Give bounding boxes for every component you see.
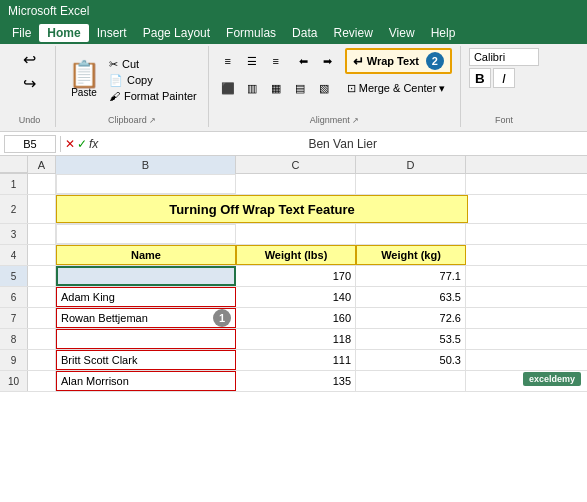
- table-row: 8 118 53.5: [0, 329, 587, 350]
- confirm-formula-icon[interactable]: ✓: [77, 137, 87, 151]
- cancel-formula-icon[interactable]: ✕: [65, 137, 75, 151]
- cell-5a[interactable]: [28, 266, 56, 286]
- cell-reference-input[interactable]: [4, 135, 56, 153]
- clipboard-dialog-icon[interactable]: ↗: [149, 116, 156, 125]
- cell-1a[interactable]: [28, 174, 56, 194]
- cell-8d[interactable]: 53.5: [356, 329, 466, 349]
- col-header-a[interactable]: A: [28, 156, 56, 174]
- cell-3a[interactable]: [28, 224, 56, 244]
- merge-dropdown-icon[interactable]: ▾: [439, 82, 445, 95]
- cell-8a[interactable]: [28, 329, 56, 349]
- bold-button[interactable]: B: [469, 68, 491, 88]
- cell-1b[interactable]: [56, 174, 236, 194]
- cut-button[interactable]: ✂ Cut: [106, 57, 200, 72]
- cell-9d[interactable]: 50.3: [356, 350, 466, 370]
- redo-icon: ↪: [23, 74, 36, 93]
- row-number: 6: [0, 287, 28, 307]
- align-distributed-button[interactable]: ▧: [313, 78, 335, 98]
- menu-bar: File Home Insert Page Layout Formulas Da…: [0, 22, 587, 44]
- undo-button[interactable]: ↩: [21, 48, 38, 71]
- col-header-c[interactable]: C: [236, 156, 356, 174]
- undo-group-label: Undo: [19, 111, 41, 125]
- cell-5b-active[interactable]: [56, 266, 236, 286]
- cell-3d[interactable]: [356, 224, 466, 244]
- cell-3b[interactable]: [56, 224, 236, 244]
- copy-button[interactable]: 📄 Copy: [106, 73, 200, 88]
- format-painter-button[interactable]: 🖌 Format Painter: [106, 89, 200, 103]
- cell-7b[interactable]: Rowan Bettjeman 1: [56, 308, 236, 328]
- menu-formulas[interactable]: Formulas: [218, 24, 284, 42]
- title-bar-title: Microsoft Excel: [8, 4, 89, 18]
- cell-10b[interactable]: Alan Morrison: [56, 371, 236, 391]
- align-right-button[interactable]: ▦: [265, 78, 287, 98]
- cell-6b[interactable]: Adam King: [56, 287, 236, 307]
- menu-page-layout[interactable]: Page Layout: [135, 24, 218, 42]
- cell-7d[interactable]: 72.6: [356, 308, 466, 328]
- formula-content: Ben Van Lier: [102, 137, 583, 151]
- cell-6d[interactable]: 63.5: [356, 287, 466, 307]
- row-number: 9: [0, 350, 28, 370]
- cell-6a[interactable]: [28, 287, 56, 307]
- cell-8b[interactable]: [56, 329, 236, 349]
- indent-decrease-button[interactable]: ⬅: [293, 51, 315, 71]
- cell-10d[interactable]: [356, 371, 466, 391]
- cell-7a[interactable]: [28, 308, 56, 328]
- cell-5d[interactable]: 77.1: [356, 266, 466, 286]
- cell-9b[interactable]: Britt Scott Clark: [56, 350, 236, 370]
- title-bar: Microsoft Excel: [0, 0, 587, 22]
- paste-button[interactable]: 📋 Paste: [64, 59, 104, 100]
- menu-help[interactable]: Help: [423, 24, 464, 42]
- font-name-input[interactable]: [469, 48, 539, 66]
- formula-icons: ✕ ✓ fx: [65, 137, 98, 151]
- cell-3c[interactable]: [236, 224, 356, 244]
- wrap-text-button[interactable]: ↵ Wrap Text 2: [345, 48, 452, 74]
- cell-4c-weight-lbs-header[interactable]: Weight (lbs): [236, 245, 356, 265]
- indent-increase-button[interactable]: ➡: [317, 51, 339, 71]
- align-top-button[interactable]: ≡: [217, 51, 239, 71]
- copy-icon: 📄: [109, 74, 123, 87]
- paste-label: Paste: [71, 87, 97, 98]
- cell-7c[interactable]: 160: [236, 308, 356, 328]
- col-header-b[interactable]: B: [56, 156, 236, 174]
- menu-review[interactable]: Review: [325, 24, 380, 42]
- row7-badge: 1: [213, 309, 231, 327]
- menu-data[interactable]: Data: [284, 24, 325, 42]
- align-middle-button[interactable]: ☰: [241, 51, 263, 71]
- menu-view[interactable]: View: [381, 24, 423, 42]
- wrap-text-badge: 2: [426, 52, 444, 70]
- cell-10a[interactable]: [28, 371, 56, 391]
- cell-8c[interactable]: 118: [236, 329, 356, 349]
- font-group-label: Font: [495, 111, 513, 125]
- cell-4d-weight-kg-header[interactable]: Weight (kg): [356, 245, 466, 265]
- align-center-button[interactable]: ▥: [241, 78, 263, 98]
- cell-2-merged-title[interactable]: Turning Off Wrap Text Feature: [56, 195, 468, 223]
- table-row: 2 Turning Off Wrap Text Feature: [0, 195, 587, 224]
- alignment-buttons: ≡ ☰ ≡ ⬅ ➡ ↵ Wrap Text 2 ⬛ ▥ ▦ ▤: [217, 48, 452, 98]
- alignment-dialog-icon[interactable]: ↗: [352, 116, 359, 125]
- align-justify-button[interactable]: ▤: [289, 78, 311, 98]
- italic-button[interactable]: I: [493, 68, 515, 88]
- row-number: 1: [0, 174, 28, 194]
- align-bottom-button[interactable]: ≡: [265, 51, 287, 71]
- row-number: 8: [0, 329, 28, 349]
- row-num-header: [0, 156, 28, 173]
- insert-function-icon[interactable]: fx: [89, 137, 98, 151]
- menu-home[interactable]: Home: [39, 24, 88, 42]
- cell-1c[interactable]: [236, 174, 356, 194]
- wrap-text-label: Wrap Text: [367, 55, 419, 67]
- cell-4b-name-header[interactable]: Name: [56, 245, 236, 265]
- cell-2a[interactable]: [28, 195, 56, 223]
- cell-9c[interactable]: 111: [236, 350, 356, 370]
- align-left-button[interactable]: ⬛: [217, 78, 239, 98]
- menu-insert[interactable]: Insert: [89, 24, 135, 42]
- cell-4a[interactable]: [28, 245, 56, 265]
- redo-button[interactable]: ↪: [21, 72, 38, 95]
- cell-9a[interactable]: [28, 350, 56, 370]
- cell-6c[interactable]: 140: [236, 287, 356, 307]
- cell-10c[interactable]: 135: [236, 371, 356, 391]
- menu-file[interactable]: File: [4, 24, 39, 42]
- col-header-d[interactable]: D: [356, 156, 466, 174]
- merge-center-button[interactable]: ⊡ Merge & Center ▾: [341, 80, 452, 97]
- cell-1d[interactable]: [356, 174, 466, 194]
- cell-5c[interactable]: 170: [236, 266, 356, 286]
